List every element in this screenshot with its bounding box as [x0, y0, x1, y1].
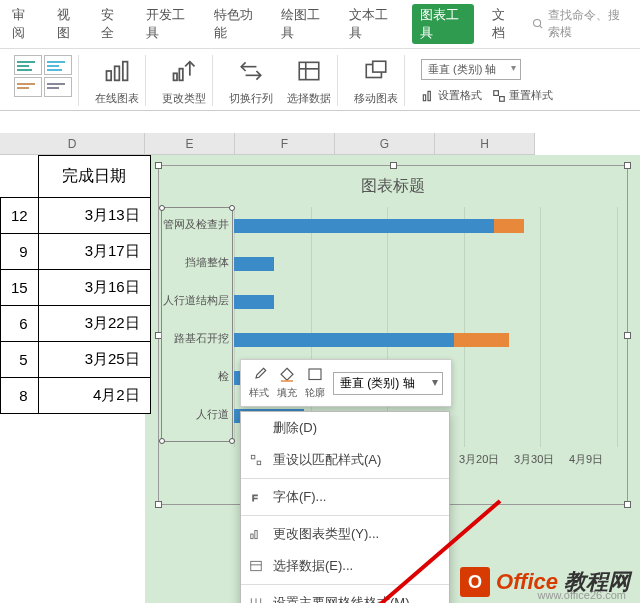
svg-rect-2	[17, 61, 35, 63]
chart-type-icon	[249, 527, 263, 541]
svg-rect-5	[47, 61, 65, 63]
brush-icon	[249, 366, 269, 384]
table-header[interactable]: 完成日期	[38, 156, 150, 198]
svg-rect-32	[251, 534, 253, 539]
x-axis-label[interactable]: 3月30日	[514, 452, 554, 467]
axis-dropdown[interactable]: 垂直 (类别) 轴	[421, 59, 521, 80]
search-box[interactable]: 查找命令、搜索模	[532, 7, 632, 41]
tab-security[interactable]: 安全	[97, 4, 128, 44]
online-chart-icon	[103, 57, 131, 85]
table-cell[interactable]: 3月22日	[38, 306, 150, 342]
column-headers: D E F G H	[0, 133, 535, 155]
svg-rect-34	[251, 561, 262, 570]
change-type-button[interactable]: 更改类型	[162, 55, 206, 106]
office-logo-icon: O	[460, 567, 490, 597]
table-cell[interactable]: 15	[1, 270, 39, 306]
table-cell[interactable]: 4月2日	[38, 378, 150, 414]
svg-rect-13	[115, 66, 120, 80]
table-cell[interactable]: 6	[1, 306, 39, 342]
ribbon-tabs: 审阅 视图 安全 开发工具 特色功能 绘图工具 文本工具 图表工具 文档 查找命…	[0, 0, 640, 49]
y-axis-label[interactable]: 管网及检查井	[159, 217, 229, 232]
watermark: O Office教程网	[460, 567, 630, 597]
menu-font[interactable]: F字体(F)...	[241, 481, 449, 513]
font-icon: F	[249, 490, 263, 504]
svg-rect-3	[17, 65, 29, 67]
col-header-d[interactable]: D	[0, 133, 145, 155]
move-chart-button[interactable]: 移动图表	[354, 55, 398, 106]
chart-style-thumb-4[interactable]	[44, 77, 72, 97]
menu-select-data[interactable]: 选择数据(E)...	[241, 550, 449, 582]
y-axis-label[interactable]: 检	[159, 369, 229, 384]
resize-handle[interactable]	[624, 162, 631, 169]
set-format-button[interactable]: 设置格式	[421, 88, 482, 103]
resize-handle[interactable]	[390, 162, 397, 169]
svg-rect-24	[428, 91, 430, 100]
data-table: 完成日期 123月13日 93月17日 153月16日 63月22日 53月25…	[0, 155, 151, 414]
y-axis-label[interactable]: 人行道	[159, 407, 229, 422]
svg-rect-14	[123, 62, 128, 81]
svg-rect-29	[251, 455, 255, 459]
resize-handle[interactable]	[624, 501, 631, 508]
select-data-button[interactable]: 选择数据	[287, 55, 331, 106]
menu-major-gridlines[interactable]: 设置主要网格线格式(M)...	[241, 587, 449, 603]
table-cell[interactable]: 5	[1, 342, 39, 378]
table-cell[interactable]: 9	[1, 234, 39, 270]
tab-document[interactable]: 文档	[488, 4, 519, 44]
resize-handle[interactable]	[155, 501, 162, 508]
tab-developer[interactable]: 开发工具	[142, 4, 195, 44]
table-cell[interactable]: 8	[1, 378, 39, 414]
outline-button[interactable]: 轮廓	[305, 366, 325, 400]
y-axis-label[interactable]: 挡墙整体	[159, 255, 229, 270]
switch-rowcol-button[interactable]: 切换行列	[229, 55, 273, 106]
outline-icon	[305, 366, 325, 384]
grid-icon	[249, 596, 263, 603]
chart-toolbar: 在线图表 更改类型 切换行列 选择数据 移动图表 垂直 (类别) 轴 设置格式 …	[0, 49, 640, 111]
style-button[interactable]: 样式	[249, 366, 269, 400]
svg-rect-28	[309, 369, 321, 380]
change-type-icon	[170, 57, 198, 85]
svg-rect-8	[17, 83, 35, 85]
mini-axis-dropdown[interactable]: 垂直 (类别) 轴	[333, 372, 443, 395]
svg-rect-9	[17, 87, 29, 89]
online-chart-button[interactable]: 在线图表	[95, 55, 139, 106]
reset-format-button[interactable]: 重置样式	[492, 88, 553, 103]
fill-button[interactable]: 填充	[277, 366, 297, 400]
svg-rect-11	[47, 87, 59, 89]
menu-change-chart-type[interactable]: 更改图表类型(Y)...	[241, 518, 449, 550]
svg-rect-30	[257, 461, 261, 465]
search-placeholder: 查找命令、搜索模	[548, 7, 632, 41]
svg-text:F: F	[252, 493, 258, 503]
y-axis-label[interactable]: 路基石开挖	[159, 331, 229, 346]
svg-rect-23	[423, 94, 425, 100]
chart-title[interactable]: 图表标题	[159, 166, 627, 207]
col-header-h[interactable]: H	[435, 133, 535, 155]
table-cell[interactable]: 3月13日	[38, 198, 150, 234]
y-axis-label[interactable]: 人行道结构层	[159, 293, 229, 308]
tab-drawing[interactable]: 绘图工具	[277, 4, 330, 44]
table-cell[interactable]: 12	[1, 198, 39, 234]
move-chart-icon	[363, 58, 389, 84]
svg-rect-7	[47, 69, 62, 71]
chart-style-thumb-2[interactable]	[44, 55, 72, 75]
resize-handle[interactable]	[155, 162, 162, 169]
col-header-f[interactable]: F	[235, 133, 335, 155]
table-cell[interactable]: 3月16日	[38, 270, 150, 306]
tab-view[interactable]: 视图	[53, 4, 84, 44]
col-header-g[interactable]: G	[335, 133, 435, 155]
tab-features[interactable]: 特色功能	[210, 4, 263, 44]
x-axis-label[interactable]: 4月9日	[569, 452, 603, 467]
data-icon	[249, 559, 263, 573]
watermark-brand: Office	[496, 569, 558, 595]
col-header-e[interactable]: E	[145, 133, 235, 155]
tab-chart-tools[interactable]: 图表工具	[412, 4, 473, 44]
menu-delete[interactable]: 删除(D)	[241, 412, 449, 444]
x-axis-label[interactable]: 3月20日	[459, 452, 499, 467]
table-cell[interactable]: 3月17日	[38, 234, 150, 270]
chart-style-thumb-1[interactable]	[14, 55, 42, 75]
tab-review[interactable]: 审阅	[8, 4, 39, 44]
menu-reset-style[interactable]: 重设以匹配样式(A)	[241, 444, 449, 476]
table-cell[interactable]: 3月25日	[38, 342, 150, 378]
tab-text[interactable]: 文本工具	[345, 4, 398, 44]
chart-style-thumb-3[interactable]	[14, 77, 42, 97]
chart-style-group	[8, 55, 79, 106]
